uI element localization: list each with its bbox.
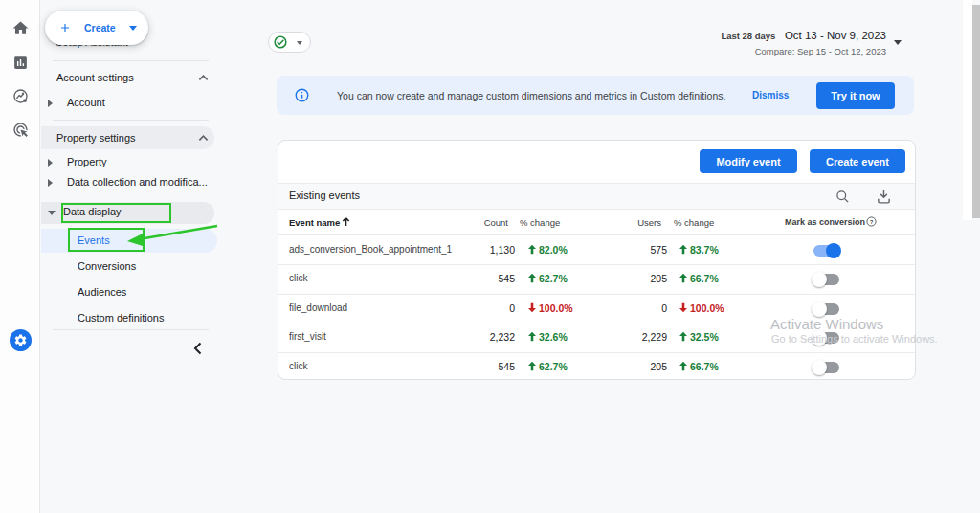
svg-text:?: ? [870, 219, 874, 225]
